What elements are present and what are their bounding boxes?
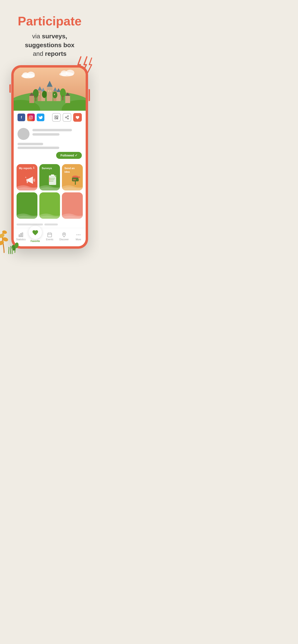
line-placeholder	[44, 224, 58, 226]
village-banner	[14, 68, 86, 111]
social-icons-left: f	[18, 114, 44, 121]
profile-section: Followed ✓	[14, 124, 86, 164]
instagram-icon[interactable]	[27, 114, 35, 121]
nav-more-label: More	[76, 238, 81, 241]
my-reports-card[interactable]: 1 My reports	[17, 164, 37, 190]
svg-line-52	[34, 181, 35, 181]
avatar	[18, 128, 30, 140]
surveys-card[interactable]: Surveys	[39, 164, 60, 190]
nav-favorite[interactable]: Favorite	[28, 230, 43, 242]
nav-events-label: Events	[46, 238, 54, 241]
svg-point-60	[49, 179, 50, 180]
svg-rect-49	[26, 179, 28, 181]
send-idea-card[interactable]: Send an idea	[62, 164, 83, 190]
nav-discover-label: Discover	[60, 238, 69, 241]
svg-point-75	[77, 234, 77, 236]
svg-rect-62	[75, 181, 76, 185]
nav-favorite-label: Favorite	[31, 240, 40, 242]
svg-point-59	[49, 178, 50, 179]
svg-line-47	[66, 118, 67, 118]
subtitle-and: and	[33, 50, 45, 57]
svg-rect-37	[55, 116, 56, 117]
info-line-2	[18, 146, 59, 149]
svg-rect-10	[47, 87, 53, 101]
mailbox-icon	[69, 174, 81, 186]
svg-point-45	[65, 117, 66, 118]
svg-point-61	[49, 181, 50, 182]
svg-rect-30	[48, 90, 49, 92]
cards-grid: 1 My reports	[14, 164, 86, 222]
fav-button-wrap	[29, 226, 42, 239]
svg-rect-31	[50, 90, 51, 92]
phone-wrapper: f	[11, 65, 88, 249]
svg-rect-32	[39, 94, 40, 95]
svg-rect-64	[73, 179, 76, 180]
nav-events[interactable]: Events	[43, 232, 57, 241]
svg-rect-34	[29, 116, 32, 119]
social-icons-right	[52, 113, 82, 122]
fav-circle	[29, 226, 42, 239]
empty-card-1[interactable]	[17, 192, 37, 219]
svg-point-77	[80, 234, 81, 236]
svg-point-6	[66, 70, 74, 76]
subtitle-reports: reports	[45, 50, 67, 57]
svg-point-74	[64, 234, 65, 235]
svg-rect-21	[35, 96, 36, 101]
twitter-icon[interactable]	[37, 114, 44, 121]
followed-row: Followed ✓	[18, 152, 82, 159]
svg-rect-70	[48, 233, 52, 237]
qr-button[interactable]	[52, 113, 61, 122]
name-placeholder	[32, 129, 72, 131]
svg-rect-42	[57, 119, 58, 119]
svg-point-76	[78, 234, 79, 236]
empty-card-2[interactable]	[39, 192, 60, 219]
nav-more[interactable]: More	[71, 232, 86, 241]
share-button[interactable]	[63, 113, 71, 122]
card-label-idea: Send an idea	[62, 164, 83, 174]
profile-lines	[32, 128, 82, 138]
svg-rect-33	[54, 94, 55, 95]
followed-button[interactable]: Followed ✓	[56, 152, 82, 159]
facebook-icon[interactable]: f	[18, 114, 25, 121]
empty-card-3[interactable]	[62, 192, 83, 219]
svg-point-44	[67, 116, 69, 117]
heart-button[interactable]	[73, 113, 82, 122]
subtitle-via: via	[32, 32, 42, 40]
card-label-surveys: Surveys	[39, 164, 60, 170]
events-icon	[47, 232, 52, 238]
page-subtitle: via surveys, suggestions box and reports	[10, 32, 90, 58]
svg-rect-66	[79, 176, 80, 178]
more-icon	[76, 232, 81, 238]
subtitle-placeholder	[32, 133, 60, 136]
svg-point-3	[27, 72, 35, 78]
svg-point-24	[42, 91, 47, 98]
discover-icon	[61, 232, 67, 238]
nav-discover[interactable]: Discover	[57, 232, 71, 241]
svg-point-46	[67, 118, 69, 119]
svg-line-48	[66, 116, 67, 117]
svg-text:✦: ✦	[25, 176, 27, 178]
subtitle-suggestions: suggestions box	[25, 42, 75, 49]
svg-rect-23	[62, 96, 63, 100]
svg-line-50	[34, 179, 35, 180]
notification-badge: 1	[32, 166, 36, 170]
svg-rect-39	[55, 118, 56, 119]
page-title: Participate	[10, 14, 90, 28]
svg-point-35	[30, 117, 32, 118]
svg-rect-28	[65, 96, 70, 103]
svg-rect-54	[49, 176, 56, 185]
svg-point-36	[32, 116, 32, 117]
phone-screen: f	[14, 68, 86, 246]
clipboard-icon	[47, 174, 59, 186]
svg-rect-65	[78, 176, 79, 179]
megaphone-icon: ✦	[24, 174, 36, 186]
favorite-heart-icon	[32, 229, 39, 236]
info-line-1	[18, 143, 43, 145]
social-bar: f	[14, 111, 86, 124]
svg-rect-40	[57, 118, 58, 118]
svg-rect-55	[51, 174, 54, 176]
svg-rect-38	[57, 116, 58, 117]
svg-rect-26	[29, 96, 34, 103]
plant-decoration	[0, 222, 26, 256]
subtitle-surveys: surveys,	[42, 32, 67, 40]
